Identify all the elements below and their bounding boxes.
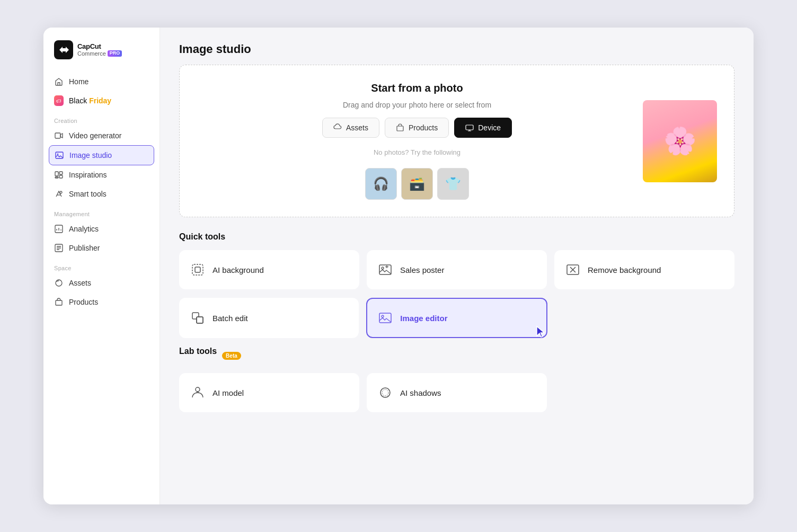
batch-edit-label: Batch edit (212, 314, 248, 323)
home-icon (54, 77, 64, 86)
sidebar-item-image-studio[interactable]: Image studio (49, 145, 154, 165)
ai-background-card[interactable]: AI background (179, 250, 359, 289)
sidebar-item-home[interactable]: Home (43, 72, 160, 91)
device-icon (465, 123, 474, 132)
management-section-label: Management (43, 203, 160, 219)
main-content: Start from a photo Drag and drop your ph… (160, 65, 754, 504)
tag-icon: 🏷 (54, 96, 64, 105)
ai-shadows-card[interactable]: AI shadows (367, 373, 547, 412)
sales-poster-card[interactable]: Sales poster (367, 250, 547, 289)
svg-point-23 (382, 315, 384, 317)
sidebar-item-inspirations[interactable]: Inspirations (43, 165, 160, 184)
upload-buttons: Assets Products Device (322, 118, 512, 138)
sidebar-nav: Home 🏷 Black Friday Creation Video gener… (43, 72, 160, 496)
sample-photos: 🎧 🗃️ 👕 (365, 168, 469, 200)
svg-point-17 (382, 267, 384, 269)
sidebar-item-assets[interactable]: Assets (43, 273, 160, 292)
batch-edit-icon (190, 311, 205, 325)
svg-point-3 (57, 154, 59, 155)
upload-content: Start from a photo Drag and drop your ph… (197, 82, 637, 200)
app-window: CapCut Commerce PRO Home 🏷 Black Fr (43, 28, 754, 504)
upload-area[interactable]: Start from a photo Drag and drop your ph… (179, 65, 734, 217)
remove-background-card[interactable]: Remove background (554, 250, 734, 289)
ai-bg-icon (190, 262, 205, 277)
beta-badge: Beta (222, 352, 241, 360)
creation-section-label: Creation (43, 110, 160, 126)
assets-button[interactable]: Assets (322, 118, 379, 138)
svg-rect-14 (192, 264, 203, 275)
assets-button-label: Assets (346, 123, 368, 132)
smart-tools-icon (54, 189, 64, 199)
inspirations-icon (54, 170, 64, 180)
svg-rect-6 (59, 175, 63, 178)
products-button-label: Products (409, 123, 438, 132)
svg-rect-12 (397, 126, 403, 131)
remove-bg-icon (565, 262, 580, 277)
quick-tools-row2: Batch edit Image editor (179, 298, 734, 338)
quick-tools-section-title: Quick tools (179, 232, 734, 242)
cloud-icon (333, 123, 342, 132)
logo-text: CapCut Commerce PRO (77, 43, 122, 57)
sample-photo-shirt[interactable]: 👕 (437, 168, 469, 200)
page-title: Image studio (179, 42, 734, 56)
ai-model-icon (190, 385, 205, 400)
device-button-label: Device (478, 123, 501, 132)
lab-tools-row: AI model AI shadows (179, 373, 734, 412)
sidebar-item-analytics[interactable]: Analytics (43, 219, 160, 238)
cursor-pointer (532, 322, 551, 341)
assets-icon (54, 278, 64, 288)
capcut-logo-icon (54, 40, 73, 59)
image-editor-label: Image editor (400, 314, 447, 323)
sidebar-item-label: Image studio (69, 151, 112, 159)
space-section-label: Space (43, 258, 160, 273)
video-icon (54, 131, 64, 140)
sales-poster-icon (378, 262, 393, 277)
sidebar-item-label: Inspirations (69, 171, 107, 179)
sample-photo-headphones[interactable]: 🎧 (365, 168, 397, 200)
sidebar-item-label: Video generator (69, 131, 121, 140)
friday-text: Friday (89, 96, 111, 105)
sidebar-item-smart-tools[interactable]: Smart tools (43, 184, 160, 203)
no-photos-text: No photos? Try the following (374, 148, 461, 156)
image-studio-icon (55, 150, 64, 160)
lab-tools-section-title: Lab tools (179, 347, 217, 356)
sidebar-item-label: Home (69, 77, 88, 86)
svg-rect-2 (56, 152, 63, 158)
upload-title: Start from a photo (371, 82, 463, 94)
svg-rect-7 (55, 177, 58, 178)
image-editor-icon (378, 311, 393, 325)
sample-photo-box[interactable]: 🗃️ (401, 168, 433, 200)
svg-rect-22 (379, 313, 391, 323)
svg-rect-15 (195, 267, 200, 272)
ai-background-label: AI background (212, 265, 264, 274)
ai-model-card[interactable]: AI model (179, 373, 359, 412)
lab-tools-section-row: Lab tools Beta (179, 347, 734, 365)
svg-rect-1 (55, 133, 60, 138)
sidebar-item-label: Publisher (69, 244, 100, 252)
analytics-icon (54, 224, 64, 234)
svg-rect-5 (59, 172, 63, 174)
flower-preview-image: 🌸 (643, 100, 717, 182)
svg-rect-11 (56, 300, 62, 305)
logo-area: CapCut Commerce PRO (43, 40, 160, 72)
products-icon (54, 297, 64, 307)
no-photos-row: No photos? Try the following (367, 148, 467, 156)
products-btn-icon (396, 123, 404, 132)
batch-edit-card[interactable]: Batch edit (179, 298, 359, 338)
remove-background-label: Remove background (588, 265, 661, 274)
device-button[interactable]: Device (454, 118, 512, 138)
svg-rect-13 (466, 125, 473, 130)
svg-point-26 (382, 389, 388, 396)
svg-rect-16 (379, 265, 391, 274)
sidebar-item-label: Products (69, 298, 98, 306)
svg-point-24 (196, 387, 200, 392)
image-editor-card[interactable]: Image editor (366, 298, 547, 338)
sidebar-item-black-friday[interactable]: 🏷 Black Friday (43, 91, 160, 110)
svg-point-8 (60, 191, 62, 193)
flower-image: 🌸 (643, 100, 717, 182)
sidebar-item-publisher[interactable]: Publisher (43, 238, 160, 258)
products-button[interactable]: Products (385, 118, 449, 138)
pro-badge: PRO (108, 50, 122, 57)
sidebar-item-video-generator[interactable]: Video generator (43, 126, 160, 145)
sidebar-item-products[interactable]: Products (43, 292, 160, 312)
